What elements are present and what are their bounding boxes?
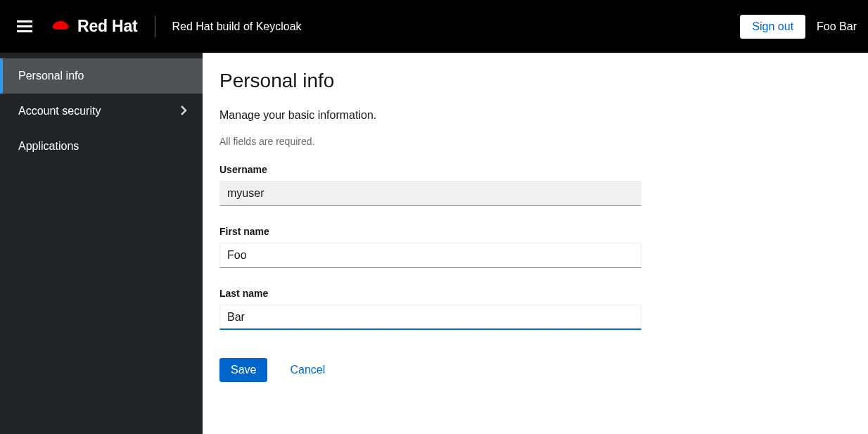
header: Red Hat Red Hat build of Keycloak Sign o… — [0, 0, 868, 53]
button-row: Save Cancel — [219, 358, 851, 382]
cancel-button[interactable]: Cancel — [279, 358, 336, 382]
page-title: Personal info — [219, 70, 851, 92]
form-group-last-name: Last name — [219, 288, 851, 330]
form-group-first-name: First name — [219, 226, 851, 268]
hamburger-menu-button[interactable] — [11, 15, 38, 38]
form-group-username: Username — [219, 164, 851, 206]
signout-button[interactable]: Sign out — [740, 15, 805, 39]
page-subtitle: Manage your basic information. — [219, 109, 851, 122]
last-name-label: Last name — [219, 288, 851, 299]
brand-text: Red Hat — [77, 17, 138, 36]
sidebar: Personal info Account security Applicati… — [0, 53, 203, 434]
sidebar-item-label: Personal info — [18, 70, 84, 82]
redhat-fedora-icon — [49, 18, 72, 35]
sidebar-item-label: Account security — [18, 105, 101, 117]
svg-point-1 — [55, 21, 66, 27]
username-label: Username — [219, 164, 851, 175]
product-name: Red Hat build of Keycloak — [172, 20, 302, 33]
sidebar-item-applications[interactable]: Applications — [0, 129, 203, 164]
main-content: Personal info Manage your basic informat… — [203, 53, 868, 434]
sidebar-item-label: Applications — [18, 140, 79, 153]
chevron-right-icon — [181, 106, 187, 117]
last-name-input[interactable] — [219, 305, 642, 330]
brand: Red Hat — [49, 17, 138, 36]
sidebar-item-personal-info[interactable]: Personal info — [0, 58, 203, 94]
user-display-name: Foo Bar — [817, 20, 857, 33]
header-divider — [155, 16, 155, 37]
required-note: All fields are required. — [219, 136, 851, 147]
username-input — [219, 181, 642, 206]
first-name-input[interactable] — [219, 243, 642, 268]
first-name-label: First name — [219, 226, 851, 237]
sidebar-item-account-security[interactable]: Account security — [0, 94, 203, 129]
save-button[interactable]: Save — [219, 358, 267, 382]
